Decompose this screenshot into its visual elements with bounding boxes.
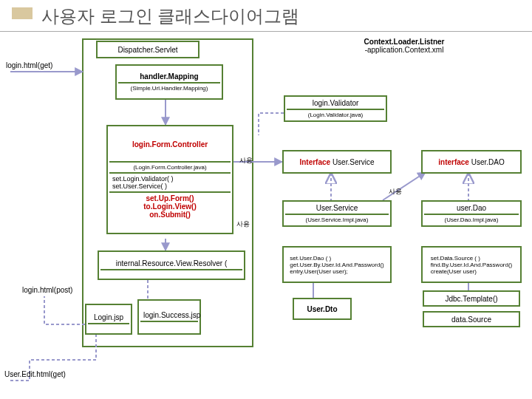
handler-mapping-box: handler.Mapping (Simple.Url.Handler.Mapp… xyxy=(115,64,223,100)
context-loader-sub: -application.Context.xml xyxy=(365,46,444,54)
handler-mapping-impl: (Simple.Url.Handler.Mapping) xyxy=(118,82,220,93)
user-service-box: User.Service (User.Service.Impl.java) xyxy=(282,200,392,227)
diagram-canvas: Dispatcher.Servlet Context.Loader.Listne… xyxy=(0,32,532,399)
login-validator-box: login.Validator (Login.Validator.java) xyxy=(284,95,387,122)
interface-user-dao-box: interface User.DAO xyxy=(421,150,522,174)
use-label-1: 사용 xyxy=(239,156,253,166)
interface-user-dao-text: interface User.DAO xyxy=(424,157,519,168)
iface-userdao-prefix: interface xyxy=(438,158,471,166)
interface-user-service-text: Interface User.Service xyxy=(285,157,389,168)
user-dao-methods-box: set.Data.Source ( ) find.By.User.Id.And.… xyxy=(421,246,522,283)
dispatcher-servlet-box: Dispatcher.Servlet xyxy=(96,41,200,58)
user-edit-get-label: User.Edit.html(get) xyxy=(4,370,66,378)
user-service-methods-box: set.User.Dao ( ) get.User.By.User.Id.And… xyxy=(282,246,392,283)
context-loader-label: Context.Loader.Listner -application.Cont… xyxy=(334,38,474,54)
interface-user-service-box: Interface User.Service xyxy=(282,150,392,174)
success-jsp-empty xyxy=(140,321,198,325)
jdbc-template-box: Jdbc.Template() xyxy=(423,290,520,307)
user-dao-name: user.Dao xyxy=(424,202,519,214)
login-validator-impl: (Login.Validator.java) xyxy=(287,109,384,120)
success-jsp-name: login.Success.jsp xyxy=(140,310,198,321)
login-form-controller-box: login.Form.Controller (Login.Form.Contro… xyxy=(106,125,233,234)
dispatcher-label: Dispatcher.Servlet xyxy=(117,46,177,54)
context-loader-name: Context.Loader.Listner xyxy=(364,38,445,46)
login-form-controller-impl: (Login.Form.Controller.java) xyxy=(109,161,231,172)
user-service-impl: (User.Service.Impl.java) xyxy=(285,214,389,225)
page-title: 사용자 로그인 클래스다이어그램 xyxy=(0,0,532,32)
iface-userservice-prefix: Interface xyxy=(299,158,332,166)
user-service-name: User.Service xyxy=(285,202,389,214)
user-dao-box: user.Dao (User.Dao.Impl.java) xyxy=(421,200,522,227)
iface-userdao-name: User.DAO xyxy=(471,158,505,166)
use-label-2: 사용 xyxy=(389,187,402,197)
login-jsp-empty xyxy=(88,323,129,327)
view-resolver-box: internal.Resource.View.Resolver ( xyxy=(98,250,245,280)
login-jsp-name: Login.jsp xyxy=(88,312,129,323)
use-label-3: 사용 xyxy=(236,219,250,229)
login-jsp-box: Login.jsp xyxy=(85,304,132,335)
login-form-controller-methods2: set.Up.Form() to.Login.View() on.Submit(… xyxy=(109,191,231,220)
login-validator-name: login.Validator xyxy=(287,98,384,109)
login-form-controller-name: login.Form.Controller xyxy=(109,139,231,161)
handler-mapping-name: handler.Mapping xyxy=(118,71,220,82)
login-form-controller-methods1: set.Login.Validator( ) set.User.Service(… xyxy=(109,172,231,191)
view-resolver-empty xyxy=(100,269,242,273)
login-get-label: login.html(get) xyxy=(6,61,52,69)
user-dto-box: User.Dto xyxy=(293,298,352,320)
login-post-label: login.html(post) xyxy=(22,286,72,294)
iface-userservice-name: User.Service xyxy=(332,158,375,166)
success-jsp-box: login.Success.jsp xyxy=(137,299,201,335)
data-source-box: data.Source xyxy=(423,311,520,327)
user-dao-impl: (User.Dao.Impl.java) xyxy=(424,214,519,225)
view-resolver-name: internal.Resource.View.Resolver ( xyxy=(100,258,242,269)
